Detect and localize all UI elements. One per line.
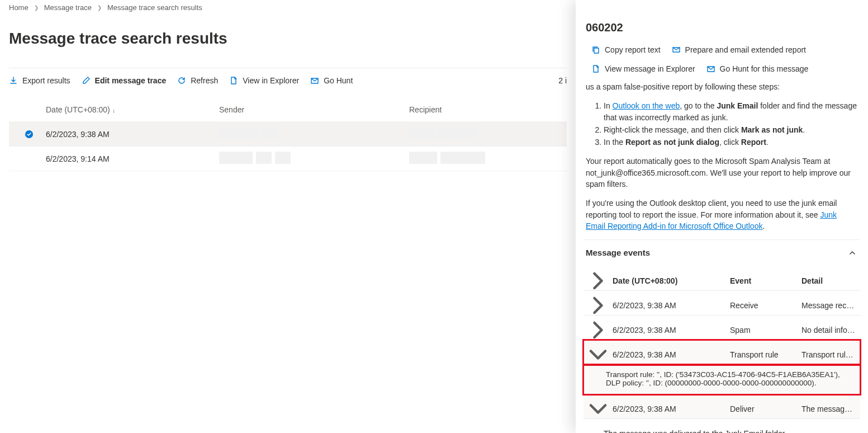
col-date[interactable]: Date (UTC+08:00)	[613, 276, 730, 285]
paragraph: If you're using the Outlook desktop clie…	[586, 197, 858, 232]
event-detail: No detail informa…	[801, 326, 860, 335]
steps-list: In Outlook on the web, go to the Junk Em…	[586, 100, 858, 148]
edit-message-trace-button[interactable]: Edit message trace	[82, 76, 167, 85]
section-title: Message events	[586, 248, 650, 257]
chevron-down-icon[interactable]	[584, 394, 613, 423]
refresh-label: Refresh	[191, 76, 218, 85]
event-row-deliver[interactable]: 6/2/2023, 9:38 AM Deliver The message wa…	[584, 394, 860, 419]
col-detail[interactable]: Detail	[801, 276, 860, 285]
refresh-button[interactable]: Refresh	[177, 76, 218, 85]
paragraph: Your report automatically goes to the Mi…	[586, 156, 858, 190]
event-row-spam[interactable]: 6/2/2023, 9:38 AM Spam No detail informa…	[584, 316, 860, 340]
refresh-icon	[177, 76, 186, 85]
panel-body: us a spam false-positive report by follo…	[584, 81, 860, 232]
event-detail: The message was …	[801, 404, 860, 413]
view-message-explorer-button[interactable]: View message in Explorer	[591, 64, 695, 73]
document-icon	[229, 76, 238, 85]
edit-icon	[82, 76, 91, 85]
outlook-web-link[interactable]: Outlook on the web	[613, 101, 680, 110]
breadcrumb-current: Message trace search results	[107, 3, 202, 12]
event-date: 6/2/2023, 9:38 AM	[613, 350, 730, 359]
svg-rect-1	[594, 48, 599, 53]
event-date: 6/2/2023, 9:38 AM	[613, 301, 730, 310]
export-results-button[interactable]: Export results	[9, 76, 70, 85]
event-detail: Message received…	[801, 301, 860, 310]
column-date[interactable]: Date (UTC+08:00)↓	[46, 105, 219, 114]
panel-actions: Copy report text Prepare and email exten…	[584, 45, 860, 81]
event-expanded-detail: Transport rule: '', ID: ('53473C03-AC15-…	[584, 365, 860, 394]
col-event[interactable]: Event	[730, 276, 801, 285]
breadcrumb-home[interactable]: Home	[9, 3, 29, 12]
breadcrumb-message-trace[interactable]: Message trace	[44, 3, 92, 12]
event-type: Spam	[730, 326, 801, 335]
results-table: Date (UTC+08:00)↓ Sender Recipient 6/2/2…	[9, 97, 567, 171]
event-type: Deliver	[730, 404, 801, 413]
download-icon	[9, 76, 18, 85]
prepare-email-report-button[interactable]: Prepare and email extended report	[672, 45, 806, 54]
event-type: Receive	[730, 301, 801, 310]
event-type: Transport rule	[730, 350, 801, 359]
copy-icon	[591, 45, 600, 54]
toolbar: Export results Edit message trace Refres…	[9, 68, 567, 93]
go-hunt-message-button[interactable]: Go Hunt for this message	[706, 64, 809, 73]
sort-desc-icon: ↓	[112, 107, 116, 114]
gohunt-label: Go Hunt	[324, 76, 353, 85]
breadcrumb: Home ❯ Message trace ❯ Message trace sea…	[9, 0, 567, 14]
divider	[584, 239, 860, 240]
copy-report-button[interactable]: Copy report text	[591, 45, 661, 54]
row-sender	[219, 127, 409, 141]
column-recipient[interactable]: Recipient	[409, 105, 563, 114]
page-title: Message trace search results	[9, 14, 567, 68]
intro-line: us a spam false-positive report by follo…	[586, 81, 858, 92]
hunt-icon	[706, 64, 715, 73]
document-icon	[591, 64, 600, 73]
go-hunt-button[interactable]: Go Hunt	[310, 76, 353, 85]
event-detail: Transport rule: '', I…	[801, 350, 860, 359]
row-recipient	[409, 127, 563, 141]
events-header: Date (UTC+08:00) Event Detail	[584, 266, 860, 291]
view-in-explorer-button[interactable]: View in Explorer	[229, 76, 299, 85]
event-row-transport-rule[interactable]: 6/2/2023, 9:38 AM Transport rule Transpo…	[584, 340, 860, 365]
explorer-label: View in Explorer	[243, 76, 299, 85]
chevron-down-icon[interactable]	[584, 340, 613, 369]
event-date: 6/2/2023, 9:38 AM	[613, 404, 730, 413]
checkmark-icon	[12, 130, 46, 139]
table-header: Date (UTC+08:00)↓ Sender Recipient	[9, 97, 567, 122]
message-events-header[interactable]: Message events	[584, 246, 860, 266]
events-footer-text: The message was delivered to the Junk Em…	[584, 419, 860, 433]
table-row[interactable]: 6/2/2023, 9:38 AM	[9, 122, 567, 147]
chevron-right-icon: ❯	[97, 4, 102, 11]
export-label: Export results	[22, 76, 70, 85]
hunt-icon	[310, 76, 319, 85]
row-date: 6/2/2023, 9:38 AM	[46, 130, 219, 139]
table-row[interactable]: 6/2/2023, 9:14 AM	[9, 147, 567, 171]
list-item: In Outlook on the web, go to the Junk Em…	[604, 100, 858, 123]
row-recipient	[409, 152, 563, 166]
edit-label: Edit message trace	[95, 76, 167, 85]
row-sender	[219, 152, 409, 166]
events-table: Date (UTC+08:00) Event Detail 6/2/2023, …	[584, 266, 860, 433]
chevron-up-icon[interactable]	[848, 248, 857, 257]
mail-gear-icon	[672, 45, 681, 54]
chevron-right-icon: ❯	[34, 4, 39, 11]
event-row-receive[interactable]: 6/2/2023, 9:38 AM Receive Message receiv…	[584, 291, 860, 316]
panel-title: 060202	[584, 0, 860, 45]
column-sender[interactable]: Sender	[219, 105, 409, 114]
row-date: 6/2/2023, 9:14 AM	[46, 154, 219, 163]
item-count: 2 i	[558, 76, 567, 85]
main-content: Home ❯ Message trace ❯ Message trace sea…	[0, 0, 576, 433]
details-panel: 060202 Copy report text Prepare and emai…	[576, 0, 868, 433]
event-date: 6/2/2023, 9:38 AM	[613, 326, 730, 335]
list-item: In the Report as not junk dialog, click …	[604, 137, 858, 148]
list-item: Right-click the message, and then click …	[604, 124, 858, 135]
